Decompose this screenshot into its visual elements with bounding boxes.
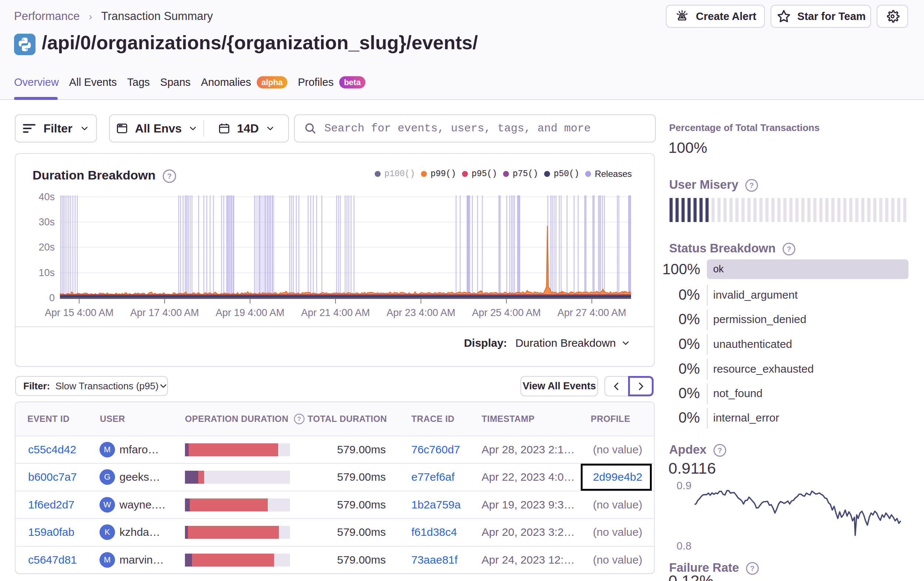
svg-text:Apr 19 4:00 AM: Apr 19 4:00 AM [216, 307, 284, 318]
svg-text:0: 0 [49, 292, 55, 303]
svg-text:10s: 10s [38, 267, 55, 278]
svg-text:40s: 40s [38, 191, 55, 202]
svg-text:Apr 15 4:00 AM: Apr 15 4:00 AM [45, 307, 114, 318]
svg-text:Apr 27 4:00 AM: Apr 27 4:00 AM [558, 307, 626, 318]
svg-text:?: ? [787, 245, 791, 253]
svg-text:?: ? [749, 181, 754, 189]
svg-text:Apr 21 4:00 AM: Apr 21 4:00 AM [301, 307, 370, 318]
svg-text:?: ? [718, 446, 722, 454]
svg-text:?: ? [297, 415, 301, 422]
svg-text:20s: 20s [38, 242, 55, 253]
svg-text:Apr 25 4:00 AM: Apr 25 4:00 AM [472, 307, 541, 318]
svg-text:Apr 17 4:00 AM: Apr 17 4:00 AM [130, 307, 199, 318]
svg-text:?: ? [750, 564, 755, 573]
svg-text:30s: 30s [38, 217, 55, 228]
svg-text:Apr 23 4:00 AM: Apr 23 4:00 AM [386, 307, 455, 318]
